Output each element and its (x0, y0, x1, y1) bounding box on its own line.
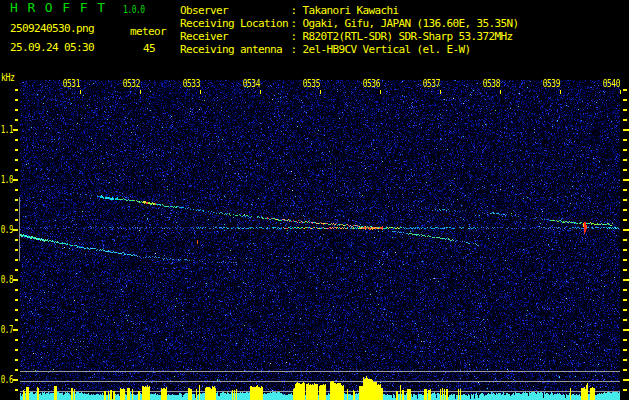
time-label: 0535 (291, 78, 320, 89)
freq-tick-left (15, 339, 18, 341)
freq-tick-right (623, 379, 629, 381)
freq-tick-left (13, 379, 18, 381)
observation-datetime: 25.09.24 05:30 (10, 42, 94, 53)
freq-tick-right (623, 229, 629, 231)
time-tick (140, 90, 141, 94)
time-label: 0537 (411, 78, 440, 89)
info-separator: : (291, 44, 303, 55)
freq-tick-left (15, 99, 18, 101)
time-label: 0540 (591, 78, 620, 89)
freq-tick-left (15, 159, 18, 161)
freq-tick-right (623, 169, 627, 171)
info-label: Receiver (180, 31, 228, 42)
freq-tick-left (15, 189, 18, 191)
time-tick (320, 90, 321, 94)
freq-tick-right (623, 159, 627, 161)
time-label: 0539 (531, 78, 560, 89)
freq-tick-left (15, 249, 18, 251)
freq-tick-left (13, 129, 18, 131)
freq-tick-right (623, 219, 627, 221)
count-band-marker (19, 197, 20, 261)
freq-tick-right (623, 269, 627, 271)
freq-tick-left (15, 289, 18, 291)
freq-tick-right (623, 179, 629, 181)
info-separator: : (291, 5, 303, 16)
info-separator: : (291, 18, 303, 29)
freq-tick-right (623, 329, 629, 331)
app-version: 1.0.0 (123, 4, 145, 15)
freq-tick-left (13, 329, 18, 331)
freq-tick-left (15, 209, 18, 211)
freq-tick-left (15, 119, 18, 121)
freq-tick-left (15, 109, 18, 111)
meteor-count: 45 (143, 43, 155, 54)
freq-tick-left (15, 349, 18, 351)
freq-label: 0.8 (0, 274, 13, 285)
time-tick (80, 90, 81, 94)
time-label: 0532 (111, 78, 140, 89)
freq-tick-right (623, 99, 627, 101)
freq-tick-right (623, 359, 627, 361)
freq-tick-right (623, 199, 627, 201)
output-filename: 2509240530.png (10, 23, 94, 34)
freq-tick-right (623, 109, 627, 111)
observation-mode: meteor (130, 26, 166, 37)
freq-label: 1.0 (0, 174, 13, 185)
freq-tick-right (623, 249, 627, 251)
time-label: 0533 (171, 78, 200, 89)
freq-tick-right (623, 239, 627, 241)
spectrogram-canvas (20, 80, 620, 400)
freq-tick-right (623, 149, 627, 151)
hrofft-image: HROFFT 1.0.0 2509240530.png meteor 25.09… (0, 0, 629, 400)
freq-tick-right (623, 119, 627, 121)
freq-tick-left (15, 299, 18, 301)
time-tick (200, 90, 201, 94)
freq-tick-left (15, 259, 18, 261)
freq-tick-left (15, 199, 18, 201)
freq-tick-left (15, 89, 18, 91)
info-label: Receiving antenna (180, 44, 282, 55)
freq-tick-right (623, 129, 629, 131)
app-title: HROFFT (10, 3, 115, 13)
freq-tick-right (623, 209, 627, 211)
freq-tick-left (15, 169, 18, 171)
time-label: 0531 (51, 78, 80, 89)
info-value: R820T2(RTL-SDR) SDR-Sharp 53.372MHz (303, 31, 513, 42)
freq-tick-right (623, 279, 629, 281)
freq-tick-left (15, 149, 18, 151)
info-label: Observer (180, 5, 228, 16)
freq-tick-right (623, 369, 627, 371)
time-tick (560, 90, 561, 94)
freq-label: 1.1 (0, 124, 13, 135)
freq-axis-unit: kHz (1, 72, 15, 83)
freq-tick-left (13, 229, 18, 231)
freq-tick-right (623, 259, 627, 261)
freq-tick-left (13, 179, 18, 181)
freq-tick-right (623, 319, 627, 321)
time-tick (620, 90, 621, 94)
time-tick (260, 90, 261, 94)
time-label: 0534 (231, 78, 260, 89)
freq-tick-left (15, 309, 18, 311)
freq-tick-left (13, 279, 18, 281)
info-label: Receiving Location (180, 18, 288, 29)
freq-label: 0.6 (0, 374, 13, 385)
freq-tick-right (623, 189, 627, 191)
info-value: Takanori Kawachi (303, 5, 399, 16)
freq-label: 0.9 (0, 224, 13, 235)
freq-tick-left (15, 369, 18, 371)
info-value: 2el-HB9CV Vertical (el. E-W) (303, 44, 471, 55)
freq-tick-right (623, 289, 627, 291)
freq-tick-left (15, 139, 18, 141)
freq-tick-left (15, 239, 18, 241)
time-tick (500, 90, 501, 94)
freq-tick-right (623, 349, 627, 351)
freq-tick-right (623, 389, 627, 391)
time-tick (440, 90, 441, 94)
time-label: 0538 (471, 78, 500, 89)
freq-tick-right (623, 299, 627, 301)
freq-tick-left (15, 269, 18, 271)
freq-label: 0.7 (0, 324, 13, 335)
freq-tick-left (15, 319, 18, 321)
info-separator: : (291, 31, 303, 42)
